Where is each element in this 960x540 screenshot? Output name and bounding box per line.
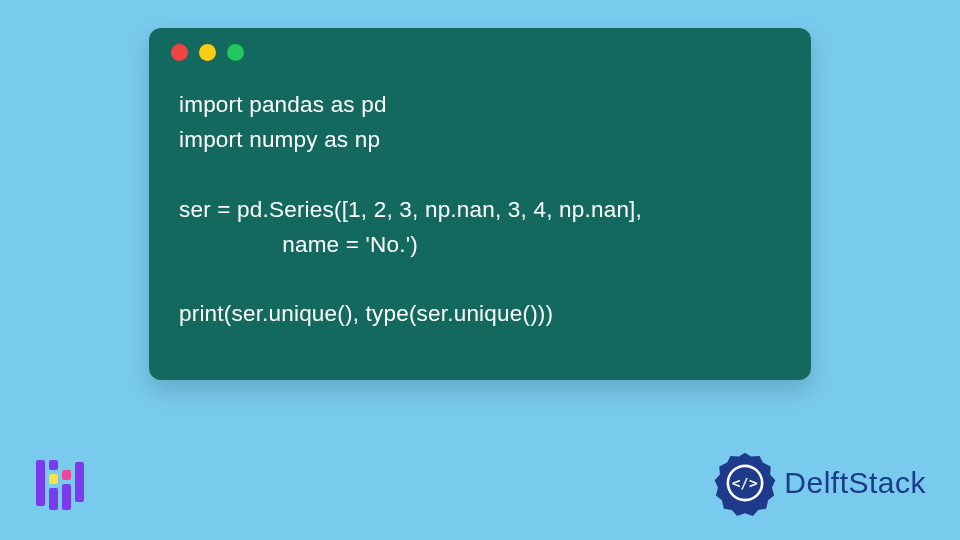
code-line: import numpy as np [179,127,380,152]
code-line: print(ser.unique(), type(ser.unique())) [179,301,553,326]
code-line: ser = pd.Series([1, 2, 3, np.nan, 3, 4, … [179,197,642,222]
code-line: import pandas as pd [179,92,387,117]
svg-text:<: < [732,475,741,491]
code-line: name = 'No.') [179,232,418,257]
close-icon [171,44,188,61]
secondary-logo-icon [36,454,94,512]
svg-text:>: > [749,475,758,491]
code-body: import pandas as pd import numpy as np s… [149,76,811,332]
gear-code-icon: < / > [712,450,778,516]
code-window: import pandas as pd import numpy as np s… [149,28,811,380]
window-titlebar [149,28,811,76]
brand-name: DelftStack [784,466,926,500]
minimize-icon [199,44,216,61]
maximize-icon [227,44,244,61]
brand-logo: < / > DelftStack [712,450,926,516]
svg-text:/: / [741,476,749,491]
